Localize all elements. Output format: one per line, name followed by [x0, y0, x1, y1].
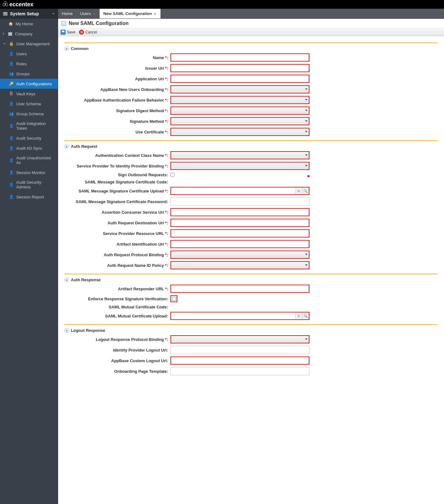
nav-item-audit-integration-token[interactable]: 👤Audit Integration Token: [0, 119, 58, 133]
onboarding-select[interactable]: [170, 85, 309, 93]
dest_url-input[interactable]: [170, 219, 309, 227]
sidebar-title: System Setup: [10, 11, 39, 16]
auth_fail-select[interactable]: [170, 96, 309, 104]
name-input[interactable]: [170, 53, 309, 62]
tab-new-saml-configuration[interactable]: New SAML Configuration✕: [100, 9, 161, 18]
nav-item-my-home[interactable]: 🏠My Home: [0, 19, 58, 29]
enforce_sig-checkbox[interactable]: [172, 297, 176, 301]
field-control: [170, 335, 309, 343]
required-marker: *: [164, 66, 167, 71]
field-control: [170, 173, 309, 177]
sidebar-header[interactable]: System Setup: [0, 9, 58, 19]
nav-item-audit-security-adminis[interactable]: 👤Audit Security Adminis: [0, 177, 58, 192]
field-control: [170, 261, 309, 269]
sp_res_url-input[interactable]: [170, 229, 309, 237]
nav-label: Audit Integration Token: [16, 121, 55, 131]
save-button[interactable]: Save: [61, 30, 75, 35]
nav-label: My Home: [16, 22, 33, 26]
use_cert-select[interactable]: [170, 128, 309, 136]
nav-item-auth-configurations[interactable]: 🔑Auth Configurations: [0, 79, 58, 89]
browse-icon[interactable]: 🔍: [302, 187, 309, 194]
field-label: SAML Message Signature Certificate Uploa…: [64, 189, 170, 193]
nav-item-company[interactable]: 🏢Company: [0, 29, 58, 39]
tab-label: New SAML Configuration: [103, 11, 152, 16]
collapse-icon[interactable]: ▲: [64, 144, 69, 149]
field-row-application_url: Application Url *:: [64, 73, 438, 84]
mutual_cert_code-value: [170, 306, 309, 308]
nav-label: Vault Keys: [16, 92, 35, 96]
collapse-icon[interactable]: ▲: [64, 46, 69, 51]
collapse-icon[interactable]: ▲: [64, 328, 69, 333]
field-row-custom_logout_url: AppBase Custom Logout Url:: [64, 355, 438, 366]
clear-icon[interactable]: ✕: [295, 312, 302, 319]
nav-item-vault-keys[interactable]: 🗄Vault Keys: [0, 89, 58, 99]
brand-logo: eccentex: [2, 1, 33, 8]
required-marker: *: [164, 98, 167, 102]
artifact_id_url-input[interactable]: [170, 240, 309, 248]
collapse-icon[interactable]: ▲: [64, 277, 69, 282]
field-control: [170, 128, 309, 136]
sp_idp_binding-select[interactable]: [170, 162, 309, 170]
section-title: Auth Request: [71, 144, 97, 149]
cancel-button[interactable]: ✕ Cancel: [79, 30, 97, 35]
field-label: Artifact Identification Url *:: [64, 242, 170, 247]
nav-item-user-schema[interactable]: 👤User Schema: [0, 99, 58, 109]
field-label: Authentication Context Class Name *:: [64, 153, 170, 158]
nav-item-roles[interactable]: 👤Roles: [0, 59, 58, 69]
clear-icon[interactable]: ✕: [295, 187, 302, 194]
close-icon[interactable]: ✕: [93, 12, 96, 15]
field-control: [170, 295, 309, 302]
onboard_template-input[interactable]: [170, 367, 309, 375]
field-row-ctx_class: Authentication Context Class Name *:: [64, 150, 438, 161]
application_url-input[interactable]: [170, 75, 309, 83]
user-icon: 👤: [9, 51, 14, 56]
field-row-sig_digest: Signature Digest Method *:: [64, 105, 438, 116]
artifact_responder-input[interactable]: [170, 285, 309, 293]
protocol_binding-select[interactable]: [170, 251, 309, 259]
field-label: Auth Request Protocol Binding *:: [64, 252, 170, 257]
acs_url-input[interactable]: [170, 208, 309, 216]
nameid_policy-select[interactable]: [170, 261, 309, 269]
field-label: Auth Request Destination Url *:: [64, 221, 170, 225]
field-control: [170, 208, 309, 216]
tab-users[interactable]: Users✕: [76, 9, 100, 18]
section-title: Auth Response: [71, 277, 101, 282]
chevron-down-icon: [3, 43, 6, 44]
field-row-sp_res_url: Service Provider Resource URL *:: [64, 228, 438, 239]
nav-item-session-report[interactable]: 👤Session Report: [0, 192, 58, 202]
browse-icon[interactable]: 🔍: [302, 312, 309, 319]
ctx_class-select[interactable]: [170, 151, 309, 159]
field-control: [170, 251, 309, 259]
custom_logout_url-input[interactable]: [170, 357, 309, 365]
nav-item-audit-ad-sync[interactable]: 👤Audit AD Sync: [0, 143, 58, 153]
hamburger-icon: [3, 13, 7, 14]
nav-item-session-monitor[interactable]: 👤Session Monitor: [0, 167, 58, 177]
nav-item-group-schema[interactable]: 👥Group Schema: [0, 109, 58, 119]
required-marker: *: [164, 164, 167, 168]
required-marker: *: [164, 252, 167, 257]
form-area: ▲CommonName *:Issuer Url *:Application U…: [58, 36, 444, 389]
sig_digest-select[interactable]: [170, 107, 309, 115]
sig_method-select[interactable]: [170, 117, 309, 125]
sign_outbound-checkbox[interactable]: [170, 173, 175, 177]
field-row-artifact_responder: Artifact Responder URL *:: [64, 283, 438, 294]
idp_logout_url-input[interactable]: [170, 346, 309, 354]
brand-bar: eccentex: [0, 0, 444, 9]
mutual_cert_upload-upload: ✕🔍: [170, 312, 309, 320]
nav-item-groups[interactable]: 👥Groups: [0, 69, 58, 79]
required-marker: *: [164, 153, 167, 158]
required-indicator-icon: [308, 175, 309, 177]
nav-item-audit-unauthorized-ac[interactable]: 👤Audit Unauthorized Ac: [0, 153, 58, 167]
tab-home[interactable]: Home: [58, 9, 76, 18]
nav-item-audit-security[interactable]: 👤Audit Security: [0, 133, 58, 143]
nav-item-user-management[interactable]: 🔒User Management: [0, 39, 58, 49]
section-header-logout_response: ▲Logout Response: [64, 327, 438, 334]
nav-item-users[interactable]: 👤Users: [0, 49, 58, 59]
logout_binding-select[interactable]: [170, 335, 309, 343]
required-marker: *: [164, 242, 167, 247]
section-divider: [64, 140, 438, 141]
field-row-dest_url: Auth Request Destination Url *:: [64, 217, 438, 228]
sig_cert_pw-input[interactable]: [170, 197, 309, 206]
close-icon[interactable]: ✕: [154, 12, 157, 15]
issuer_url-input[interactable]: [170, 64, 309, 72]
